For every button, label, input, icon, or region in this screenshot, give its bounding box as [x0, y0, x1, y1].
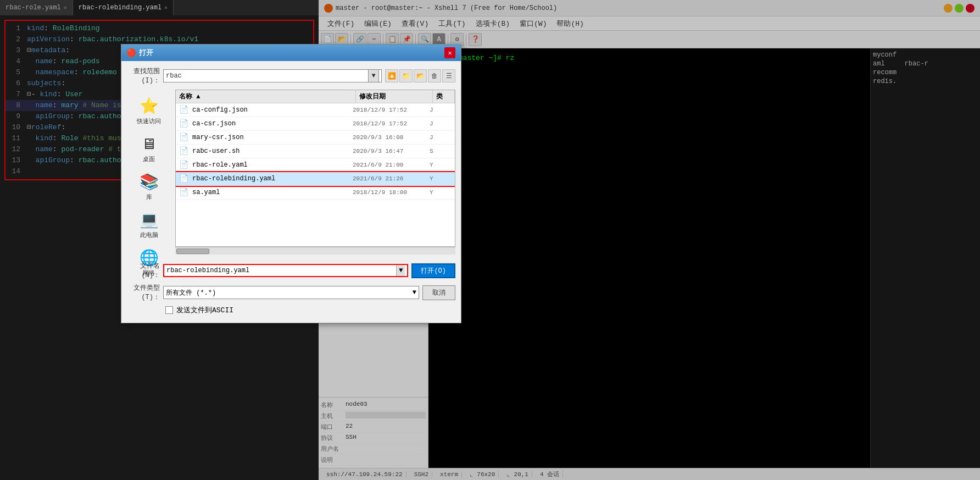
- dialog-title-text: 打开: [139, 48, 153, 58]
- file-date-mary-csr: 2020/9/3 16:08: [353, 134, 430, 141]
- col-date: 修改日期: [356, 90, 433, 103]
- col-size: 类: [433, 90, 455, 103]
- ascii-checkbox[interactable]: [165, 306, 173, 314]
- file-name-rbac-role: rbac-role.yaml: [192, 161, 353, 169]
- dialog-close-btn[interactable]: ✕: [444, 47, 455, 58]
- file-size-ca-csr: J: [430, 120, 452, 127]
- file-size-mary-csr: J: [430, 134, 452, 141]
- file-date-sa: 2018/12/9 18:00: [353, 189, 430, 196]
- file-row-rbac-role[interactable]: 📄 rbac-role.yaml 2021/6/9 21:00 Y: [176, 158, 455, 172]
- filename-value: rbac-rolebinding.yaml: [166, 267, 249, 274]
- nav-quick-access-label: 快速访问: [137, 117, 161, 125]
- nav-btn-3[interactable]: 📂: [414, 69, 427, 82]
- filetype-value: 所有文件 (*.*): [166, 288, 216, 297]
- dialog-main: ⭐ 快速访问 🖥 桌面 📚 库 💻 此电脑: [127, 90, 455, 255]
- nav-computer-label: 此电脑: [140, 231, 158, 239]
- nav-desktop-label: 桌面: [143, 155, 155, 163]
- filetype-label: 文件类型(T)：: [127, 283, 160, 302]
- dialog-left-nav: ⭐ 快速访问 🖥 桌面 📚 库 💻 此电脑: [127, 90, 171, 255]
- filetype-select[interactable]: 所有文件 (*.*) ▼: [163, 286, 419, 299]
- open-dialog: 🔴 打开 ✕ 查找范围(I)： rbac ▼ 🔼 📁 📂 🗑 ☰: [121, 44, 461, 323]
- ascii-checkbox-row: 发送文件到ASCII: [127, 305, 455, 315]
- file-icon-rbac-rolebinding: 📄: [179, 174, 189, 184]
- file-date-ca-config: 2018/12/9 17:52: [353, 107, 430, 113]
- nav-desktop[interactable]: 🖥 桌面: [130, 132, 168, 165]
- file-name-rbac-rolebinding: rbac-rolebinding.yaml: [192, 175, 353, 183]
- scrollbar-thumb[interactable]: [176, 249, 209, 254]
- nav-library[interactable]: 📚 库: [130, 170, 168, 203]
- nav-library-label: 库: [146, 193, 152, 201]
- nav-btn-4[interactable]: 🗑: [428, 69, 441, 82]
- nav-quick-access[interactable]: ⭐ 快速访问: [130, 94, 168, 128]
- dialog-body: 查找范围(I)： rbac ▼ 🔼 📁 📂 🗑 ☰ ⭐: [121, 61, 461, 323]
- filename-input[interactable]: rbac-rolebinding.yaml ▼: [163, 264, 408, 277]
- file-name-ca-csr: ca-csr.json: [192, 120, 353, 128]
- file-row-rabc-user[interactable]: 📄 rabc-user.sh 2020/9/3 16:47 S: [176, 145, 455, 158]
- nav-btn-view[interactable]: ☰: [442, 69, 455, 82]
- filename-dropdown-arrow[interactable]: ▼: [396, 265, 405, 276]
- file-date-rbac-rolebinding: 2021/6/9 21:26: [353, 175, 430, 182]
- file-row-sa[interactable]: 📄 sa.yaml 2018/12/9 18:00 Y: [176, 186, 455, 200]
- ascii-label: 发送文件到ASCII: [176, 305, 233, 315]
- dialog-title-icon: 🔴: [127, 48, 136, 57]
- dialog-titlebar: 🔴 打开 ✕: [121, 45, 461, 61]
- file-icon-mary-csr: 📄: [179, 133, 189, 142]
- col-name-label: 名称: [179, 93, 192, 101]
- cancel-btn[interactable]: 取消: [422, 285, 455, 300]
- col-name[interactable]: 名称 ▲: [176, 90, 356, 103]
- dialog-bottom: 文件名(N)： rbac-rolebinding.yaml ▼ 打开(O) 文件…: [127, 259, 455, 317]
- file-list-header: 名称 ▲ 修改日期 类: [176, 90, 455, 103]
- file-icon-rbac-role: 📄: [179, 160, 189, 170]
- file-date-rbac-role: 2021/6/9 21:00: [353, 162, 430, 168]
- filename-label: 文件名(N)：: [127, 261, 160, 280]
- file-size-rbac-role: Y: [430, 162, 452, 168]
- open-btn[interactable]: 打开(O): [411, 263, 455, 278]
- dialog-overlay: 🔴 打开 ✕ 查找范围(I)： rbac ▼ 🔼 📁 📂 🗑 ☰: [0, 0, 980, 480]
- dialog-path-value: rbac: [166, 72, 182, 80]
- file-row-ca-csr[interactable]: 📄 ca-csr.json 2018/12/9 17:52 J: [176, 117, 455, 131]
- file-size-rbac-rolebinding: Y: [430, 175, 452, 182]
- dialog-nav-row: 查找范围(I)： rbac ▼ 🔼 📁 📂 🗑 ☰: [127, 67, 455, 85]
- file-row-ca-config[interactable]: 📄 ca-config.json 2018/12/9 17:52 J: [176, 103, 455, 117]
- nav-computer[interactable]: 💻 此电脑: [130, 208, 168, 241]
- file-size-rabc-user: S: [430, 148, 452, 155]
- file-icon-ca-config: 📄: [179, 105, 189, 115]
- dialog-path-arrow[interactable]: ▼: [368, 69, 379, 82]
- nav-btn-1[interactable]: 🔼: [385, 69, 398, 82]
- nav-btn-2[interactable]: 📁: [399, 69, 413, 82]
- file-size-ca-config: J: [430, 107, 452, 113]
- dialog-nav-btns: 🔼 📁 📂 🗑 ☰: [385, 69, 455, 82]
- file-row-rbac-rolebinding[interactable]: 📄 rbac-rolebinding.yaml 2021/6/9 21:26 Y: [176, 172, 455, 186]
- file-name-sa: sa.yaml: [192, 189, 353, 196]
- filetype-row: 文件类型(T)： 所有文件 (*.*) ▼ 取消: [127, 283, 455, 302]
- file-size-sa: Y: [430, 189, 452, 196]
- file-icon-sa: 📄: [179, 187, 189, 197]
- file-row-mary-csr[interactable]: 📄 mary-csr.json 2020/9/3 16:08 J: [176, 131, 455, 145]
- filetype-arrow: ▼: [413, 289, 416, 296]
- file-icon-rabc-user: 📄: [179, 146, 189, 156]
- filename-row: 文件名(N)： rbac-rolebinding.yaml ▼ 打开(O): [127, 261, 455, 280]
- dialog-search-label: 查找范围(I)：: [127, 67, 160, 85]
- file-date-ca-csr: 2018/12/9 17:52: [353, 120, 430, 127]
- file-name-rabc-user: rabc-user.sh: [192, 147, 353, 155]
- file-name-mary-csr: mary-csr.json: [192, 134, 353, 141]
- file-name-ca-config: ca-config.json: [192, 106, 353, 114]
- dialog-path-combo[interactable]: rbac ▼: [163, 69, 382, 82]
- file-date-rabc-user: 2020/9/3 16:47: [353, 148, 430, 155]
- dialog-file-list: 名称 ▲ 修改日期 类 📄 ca-config.json 2018/12/9 1…: [175, 90, 455, 247]
- dialog-scrollbar-h[interactable]: [175, 247, 455, 255]
- file-icon-ca-csr: 📄: [179, 119, 189, 129]
